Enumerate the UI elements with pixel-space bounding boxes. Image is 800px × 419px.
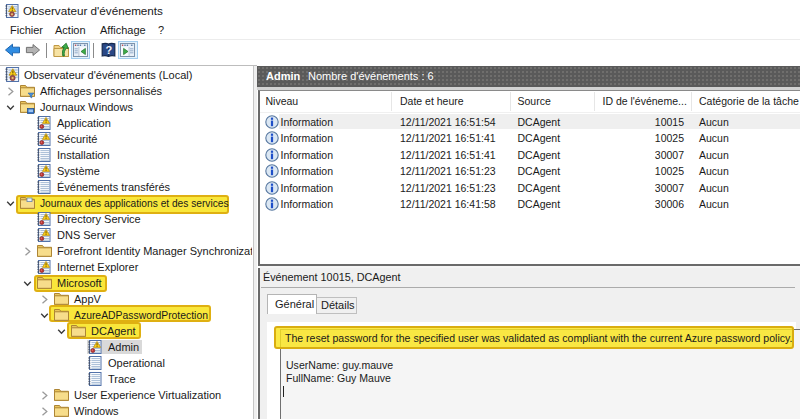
svg-text:?: ?	[106, 44, 113, 56]
